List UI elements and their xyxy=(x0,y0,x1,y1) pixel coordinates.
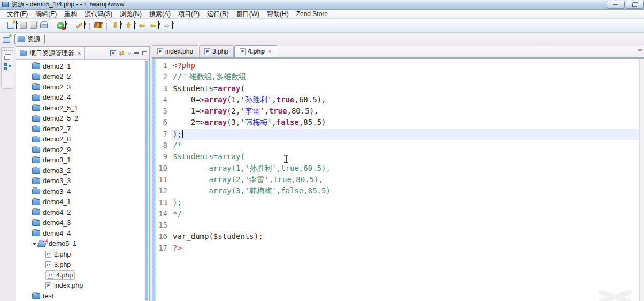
line-number[interactable]: 14 xyxy=(156,208,172,220)
edit-marker-button[interactable]: ▾ xyxy=(75,20,86,31)
dropdown-caret-icon[interactable]: ▾ xyxy=(158,21,159,29)
tab-project-explorer[interactable]: 项目资源管理器 × xyxy=(16,47,85,59)
line-number[interactable]: 15 xyxy=(156,220,172,231)
menu-item[interactable]: 浏览(N) xyxy=(116,9,145,19)
line-number[interactable]: 9 xyxy=(156,151,172,162)
code-line-16[interactable]: 16var_dump($students); xyxy=(156,231,639,242)
tab-close-icon[interactable]: × xyxy=(268,48,271,55)
line-number[interactable]: 8 xyxy=(156,140,172,151)
line-number[interactable]: 7 xyxy=(156,129,172,140)
last-edit-location-button[interactable]: ⇩▾ xyxy=(111,20,122,31)
code-line-5[interactable]: 5 1=>array(2,'李雷',true,80.5), xyxy=(156,106,639,117)
line-number[interactable]: 10 xyxy=(156,163,172,174)
drag-grip[interactable]: •••••• xyxy=(2,49,13,52)
tree-item-index.php[interactable]: Pindex.php xyxy=(16,281,149,291)
code-line-13[interactable]: 13); xyxy=(156,197,639,208)
tree-item-demo2_7[interactable]: demo2_7 xyxy=(16,124,149,134)
minimize-button[interactable] xyxy=(607,1,625,9)
tree-item-demo4_4[interactable]: demo4_4 xyxy=(16,228,149,239)
expander-icon[interactable] xyxy=(32,243,36,245)
debug-run-button[interactable]: ▶▾ xyxy=(56,20,67,31)
explorer-scrollbar[interactable] xyxy=(144,61,149,301)
tree-item-demo4_1[interactable]: demo4_1 xyxy=(16,197,149,208)
new-wizard-button[interactable]: ▾ xyxy=(7,20,17,31)
back-to-last-edit-button[interactable]: ⇦ xyxy=(137,20,147,31)
editor-tab-3.php[interactable]: P3.php xyxy=(199,45,234,57)
tree-item-demo3_3[interactable]: demo3_3 xyxy=(16,176,149,187)
tree-item-demo4_2[interactable]: demo4_2 xyxy=(16,207,149,218)
tree-item-demo3_1[interactable]: demo3_1 xyxy=(16,155,149,166)
tree-item-test[interactable]: test xyxy=(16,291,149,301)
link-with-editor-icon[interactable]: ⇄ xyxy=(119,49,125,57)
close-icon[interactable]: × xyxy=(78,50,81,56)
editor-scrollbar[interactable] xyxy=(639,59,644,301)
menu-item[interactable]: 搜索(A) xyxy=(145,9,174,19)
menu-item[interactable]: 运行(R) xyxy=(203,9,233,19)
tree-item-demo2_3[interactable]: demo2_3 xyxy=(16,82,149,93)
library-button[interactable] xyxy=(94,20,103,31)
editor-tab-index.php[interactable]: Pindex.php xyxy=(152,45,198,57)
editor-minimize-icon[interactable] xyxy=(638,49,642,51)
tree-item-demo3_2[interactable]: demo3_2 xyxy=(16,165,149,176)
code-line-4[interactable]: 4 0=>array(1,'孙胜利',true,60.5), xyxy=(156,94,639,106)
line-number[interactable]: 4 xyxy=(156,94,172,106)
tree-item-3.php[interactable]: P3.php xyxy=(16,260,149,270)
print-button[interactable] xyxy=(40,20,48,31)
line-number[interactable]: 5 xyxy=(156,106,172,117)
perspective-resource-button[interactable]: 资源 xyxy=(14,34,45,44)
collapse-all-icon[interactable] xyxy=(110,50,116,56)
menu-item[interactable]: 重构 xyxy=(60,9,81,19)
dropdown-caret-icon[interactable]: ▾ xyxy=(172,21,173,29)
code-line-17[interactable]: 17?> xyxy=(156,243,639,254)
back-button[interactable]: ⇦▾ xyxy=(149,20,160,31)
menu-item[interactable]: Zend Store xyxy=(293,10,332,18)
menu-item[interactable]: 项目(P) xyxy=(174,9,203,19)
tree-item-demo2_2[interactable]: demo2_2 xyxy=(16,72,149,82)
restore-view-icon[interactable] xyxy=(5,54,11,59)
line-number[interactable]: 13 xyxy=(156,197,172,208)
code-line-15[interactable]: 15 xyxy=(156,220,639,231)
line-number[interactable]: 12 xyxy=(156,185,172,197)
code-line-3[interactable]: 3$students=array( xyxy=(156,83,639,94)
dropdown-caret-icon[interactable]: ▾ xyxy=(120,21,121,29)
code-line-10[interactable]: 10 array(1,'孙胜利',true,60.5), xyxy=(156,163,639,174)
code-line-6[interactable]: 6 2=>array(3,'韩梅梅',false,85.5) xyxy=(156,117,639,128)
tree-item-demo2_4[interactable]: demo2_4 xyxy=(16,93,149,103)
tree-item-demo3_4[interactable]: demo3_4 xyxy=(16,186,149,197)
tree-item-2.php[interactable]: P2.php xyxy=(16,249,149,260)
outline-view-icon[interactable] xyxy=(4,63,11,71)
dropdown-caret-icon[interactable]: ▾ xyxy=(84,21,85,29)
code-line-2[interactable]: 2//二维数组,多维数组 xyxy=(156,71,639,82)
code-line-1[interactable]: 1<?php xyxy=(156,60,639,71)
open-perspective-icon[interactable] xyxy=(3,36,10,43)
code-line-8[interactable]: 8/* xyxy=(156,140,639,151)
tree-item-demo4_3[interactable]: demo4_3 xyxy=(16,218,149,229)
minimize-view-icon[interactable] xyxy=(134,52,139,54)
line-number[interactable]: 6 xyxy=(156,117,172,128)
tree-item-demo2_5_1[interactable]: demo2_5_1 xyxy=(16,103,149,114)
explorer-scrollbar-thumb[interactable] xyxy=(145,61,148,300)
code-line-9[interactable]: 9$students=array( xyxy=(156,151,639,162)
code-line-14[interactable]: 14*/ xyxy=(156,208,639,220)
line-number[interactable]: 2 xyxy=(156,71,172,82)
tree-item-demo5_1[interactable]: Pdemo5_1 xyxy=(16,239,149,250)
menu-item[interactable]: 源代码(S) xyxy=(81,9,116,19)
menu-item[interactable]: 文件(F) xyxy=(3,9,32,19)
tree-item-demo2_5_2[interactable]: demo2_5_2 xyxy=(16,114,149,124)
next-edit-location-button[interactable]: ⇧▾ xyxy=(124,20,135,31)
menu-item[interactable]: 窗口(W) xyxy=(233,9,263,19)
code-line-12[interactable]: 12 array(3,'韩梅梅',false,85.5) xyxy=(156,185,639,197)
line-number[interactable]: 11 xyxy=(156,174,172,185)
tree-item-demo2_9[interactable]: demo2_9 xyxy=(16,145,149,155)
code-line-11[interactable]: 11 array(2,'李雷',true,80.5), xyxy=(156,174,639,185)
code-line-7[interactable]: 7); xyxy=(156,129,639,140)
tree-item-demo2_1[interactable]: demo2_1 xyxy=(16,61,149,72)
dropdown-caret-icon[interactable]: ▾ xyxy=(65,21,66,29)
view-menu-icon[interactable]: ▽ xyxy=(128,51,131,56)
maximize-view-icon[interactable] xyxy=(142,51,147,55)
code-editor[interactable]: 1<?php2//二维数组,多维数组3$students=array(4 0=>… xyxy=(152,59,644,301)
line-number[interactable]: 3 xyxy=(156,83,172,94)
line-number[interactable]: 1 xyxy=(156,60,172,71)
dropdown-caret-icon[interactable]: ▾ xyxy=(134,21,135,29)
tree-item-4.php[interactable]: P4.php xyxy=(16,270,149,281)
